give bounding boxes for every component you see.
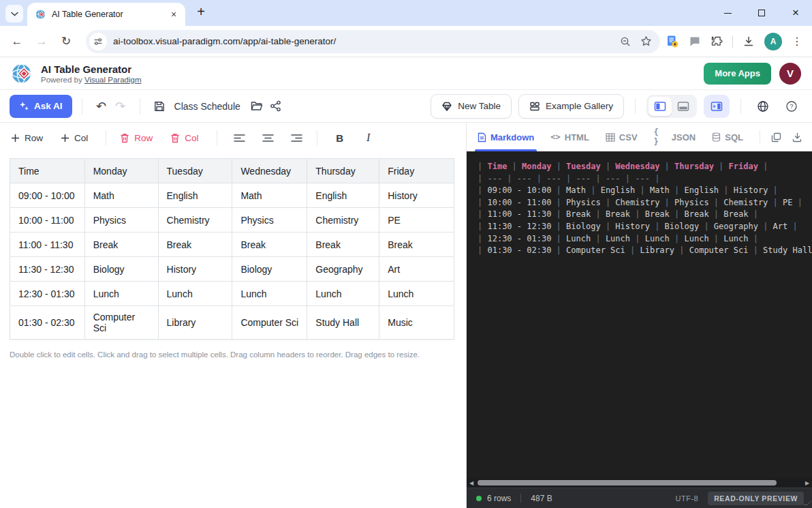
table-cell[interactable]: Break xyxy=(84,233,158,257)
delete-row-button[interactable]: Row xyxy=(120,133,153,143)
table-cell[interactable]: Break xyxy=(379,233,454,257)
column-header[interactable]: Wednesday xyxy=(232,159,307,183)
redo-icon[interactable]: ↷ xyxy=(111,97,130,116)
table-cell[interactable]: 10:00 - 11:00 xyxy=(10,208,85,233)
window-minimize-button[interactable] xyxy=(721,0,734,26)
column-header[interactable]: Time xyxy=(10,159,85,183)
table-cell[interactable]: Library xyxy=(158,306,232,340)
new-tab-button[interactable]: + xyxy=(192,3,210,20)
tab-csv[interactable]: CSV xyxy=(606,123,638,151)
column-header[interactable]: Friday xyxy=(379,159,454,183)
tab-markdown[interactable]: Markdown xyxy=(478,123,534,151)
column-header[interactable]: Tuesday xyxy=(158,159,232,183)
resize-grip[interactable] xyxy=(803,501,811,505)
undo-icon[interactable]: ↶ xyxy=(92,97,111,116)
scroll-right-arrow[interactable]: ▶ xyxy=(802,480,812,486)
browser-tab[interactable]: AI Table Generator × xyxy=(27,3,185,26)
tab-search-button[interactable] xyxy=(5,5,23,23)
table-cell[interactable]: Lunch xyxy=(158,282,232,306)
delete-col-button[interactable]: Col xyxy=(170,133,198,143)
table-cell[interactable]: Math xyxy=(84,183,158,208)
table-cell[interactable]: History xyxy=(379,183,454,208)
bookmark-star-icon[interactable] xyxy=(640,35,652,47)
split-horizontal-button[interactable] xyxy=(672,97,695,116)
reload-button[interactable]: ↻ xyxy=(56,31,76,52)
column-header[interactable]: Thursday xyxy=(307,159,379,183)
browser-menu-icon[interactable]: ⋮ xyxy=(792,35,802,48)
downloads-icon[interactable] xyxy=(743,35,755,48)
table-cell[interactable]: PE xyxy=(379,208,454,233)
extensions-puzzle-icon[interactable] xyxy=(710,35,723,48)
user-avatar[interactable]: V xyxy=(779,63,801,85)
scroll-left-arrow[interactable]: ◀ xyxy=(467,480,476,486)
table-cell[interactable]: Math xyxy=(232,183,307,208)
help-icon[interactable]: ? xyxy=(781,95,802,117)
table-cell[interactable]: Study Hall xyxy=(307,306,379,340)
back-button[interactable]: ← xyxy=(7,31,27,52)
add-row-button[interactable]: Row xyxy=(11,133,43,143)
copy-icon[interactable] xyxy=(771,132,781,143)
table-cell[interactable]: Lunch xyxy=(307,282,379,306)
ask-ai-button[interactable]: Ask AI xyxy=(10,95,72,118)
table-cell[interactable]: Biology xyxy=(232,257,307,282)
markdown-code[interactable]: | Time | Monday | Tuesday | Wednesday | … xyxy=(467,151,812,478)
share-icon[interactable] xyxy=(266,97,285,116)
scrollbar-thumb[interactable] xyxy=(478,480,777,485)
tab-html[interactable]: <> HTML xyxy=(550,123,589,151)
table-cell[interactable]: Break xyxy=(158,233,232,257)
table-cell[interactable]: Geography xyxy=(307,257,379,282)
table-cell[interactable]: Break xyxy=(307,233,379,257)
table-cell[interactable]: History xyxy=(158,257,232,282)
table-cell[interactable]: 12:30 - 01:30 xyxy=(10,282,85,306)
table-cell[interactable]: Biology xyxy=(84,257,158,282)
more-apps-button[interactable]: More Apps xyxy=(704,63,771,85)
window-close-button[interactable]: × xyxy=(789,0,802,26)
tab-json[interactable]: { } JSON xyxy=(654,123,696,151)
tab-sql[interactable]: SQL xyxy=(712,123,743,151)
table-cell[interactable]: Lunch xyxy=(84,282,158,306)
align-left-icon[interactable] xyxy=(231,129,249,147)
table-cell[interactable]: Lunch xyxy=(379,282,454,306)
new-table-button[interactable]: New Table xyxy=(431,94,512,119)
table-cell[interactable]: Chemistry xyxy=(307,208,379,233)
table-cell[interactable]: Chemistry xyxy=(158,208,232,233)
example-gallery-button[interactable]: Example Gallery xyxy=(518,94,624,119)
window-maximize-button[interactable] xyxy=(755,0,768,26)
site-settings-icon[interactable] xyxy=(89,33,107,50)
document-name[interactable]: Class Schedule xyxy=(174,101,240,112)
comment-icon[interactable] xyxy=(689,35,701,48)
align-right-icon[interactable] xyxy=(288,129,306,147)
table-cell[interactable]: 09:00 - 10:00 xyxy=(10,183,85,208)
table-cell[interactable]: English xyxy=(307,183,379,208)
tab-close-icon[interactable]: × xyxy=(168,8,180,20)
split-vertical-button[interactable] xyxy=(649,97,672,116)
download-icon[interactable] xyxy=(792,132,802,143)
doc-offline-icon[interactable] xyxy=(666,35,679,48)
align-center-icon[interactable] xyxy=(260,129,277,147)
table-cell[interactable]: Art xyxy=(379,257,454,282)
horizontal-scrollbar[interactable]: ◀ ▶ xyxy=(467,478,812,488)
profile-avatar[interactable]: A xyxy=(764,33,782,50)
url-text[interactable]: ai-toolbox.visual-paradigm.com/app/ai-ta… xyxy=(113,36,620,46)
zoom-out-icon[interactable] xyxy=(620,36,631,47)
column-header[interactable]: Monday xyxy=(84,159,158,183)
table-cell[interactable]: Physics xyxy=(84,208,158,233)
table-cell[interactable]: Lunch xyxy=(232,282,307,306)
schedule-table[interactable]: TimeMondayTuesdayWednesdayThursdayFriday… xyxy=(10,158,454,340)
url-bar[interactable]: ai-toolbox.visual-paradigm.com/app/ai-ta… xyxy=(86,30,660,53)
visual-paradigm-link[interactable]: Visual Paradigm xyxy=(84,76,142,84)
save-icon[interactable] xyxy=(150,97,169,116)
table-cell[interactable]: 11:00 - 11:30 xyxy=(10,233,85,257)
open-folder-icon[interactable] xyxy=(247,97,266,116)
table-cell[interactable]: Break xyxy=(232,233,307,257)
italic-button[interactable]: I xyxy=(360,129,377,147)
table-cell[interactable]: Computer Sci xyxy=(232,306,307,340)
language-globe-icon[interactable] xyxy=(752,95,774,117)
bold-button[interactable]: B xyxy=(331,129,349,147)
toggle-right-panel-button[interactable] xyxy=(704,95,730,118)
table-cell[interactable]: Physics xyxy=(232,208,307,233)
table-cell[interactable]: 11:30 - 12:30 xyxy=(10,257,85,282)
forward-button[interactable]: → xyxy=(31,31,52,52)
table-cell[interactable]: Computer Sci xyxy=(84,306,158,340)
add-col-button[interactable]: Col xyxy=(61,133,88,143)
